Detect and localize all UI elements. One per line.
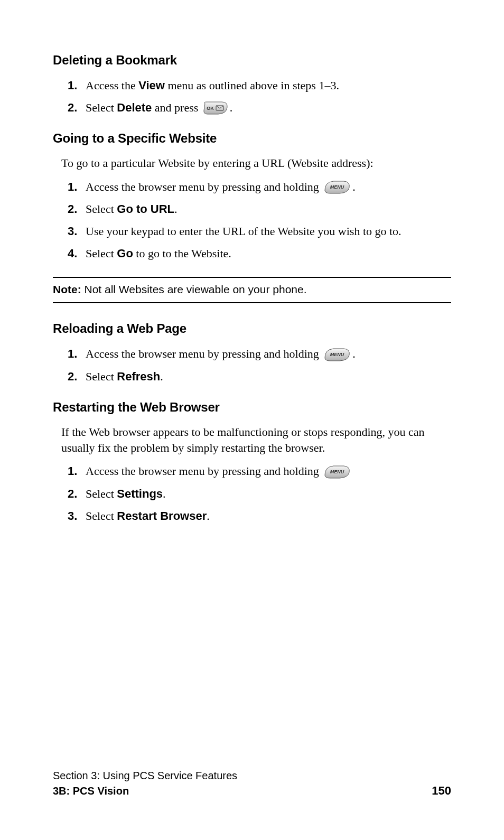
step-item: 1.Access the browser menu by pressing an… xyxy=(86,179,442,196)
note-box: Note: Not all Websites are viewable on y… xyxy=(53,277,451,303)
footer-page-number: 150 xyxy=(432,784,451,798)
footer: Section 3: Using PCS Service Features 3B… xyxy=(53,770,451,798)
footer-subsection: 3B: PCS Vision xyxy=(53,785,129,797)
emphasis: Go to URL xyxy=(117,202,174,216)
step-item: 1.Access the View menu as outlined above… xyxy=(86,77,442,94)
step-number: 2. xyxy=(68,201,77,218)
footer-row: 3B: PCS Vision 150 xyxy=(53,784,451,798)
steps-restart: 1.Access the browser menu by pressing an… xyxy=(53,463,451,525)
step-item: 2.Select Go to URL. xyxy=(86,201,442,218)
emphasis: Restart Browser xyxy=(117,509,207,522)
step-number: 4. xyxy=(68,245,77,262)
step-number: 2. xyxy=(68,368,77,385)
step-item: 4.Select Go to go to the Website. xyxy=(86,245,442,262)
heading-restart: Restarting the Web Browser xyxy=(53,400,451,415)
steps-delete-bookmark: 1.Access the View menu as outlined above… xyxy=(53,77,451,116)
svg-text:OK: OK xyxy=(207,106,214,111)
emphasis: View xyxy=(138,79,165,92)
step-number: 3. xyxy=(68,223,77,240)
step-number: 2. xyxy=(68,99,77,116)
menu-key-icon: MENU xyxy=(323,179,351,195)
svg-text:MENU: MENU xyxy=(330,184,344,190)
heading-goto-site: Going to a Specific Website xyxy=(53,131,451,146)
step-number: 3. xyxy=(68,508,77,525)
steps-reload: 1.Access the browser menu by pressing an… xyxy=(53,346,451,385)
menu-key-icon: MENU xyxy=(323,464,351,480)
step-item: 2.Select Delete and press OK. xyxy=(86,99,442,116)
page: Deleting a Bookmark 1.Access the View me… xyxy=(0,0,504,840)
step-number: 2. xyxy=(68,486,77,502)
heading-reload: Reloading a Web Page xyxy=(53,321,451,336)
emphasis: Delete xyxy=(117,101,152,114)
step-number: 1. xyxy=(68,179,77,195)
step-item: 1.Access the browser menu by pressing an… xyxy=(86,346,442,363)
heading-delete-bookmark: Deleting a Bookmark xyxy=(53,53,451,68)
content: Deleting a Bookmark 1.Access the View me… xyxy=(53,53,451,759)
step-number: 1. xyxy=(68,463,77,480)
svg-text:MENU: MENU xyxy=(330,469,344,474)
steps-goto-site: 1.Access the browser menu by pressing an… xyxy=(53,179,451,263)
note-label: Note: xyxy=(53,283,81,295)
step-item: 1.Access the browser menu by pressing an… xyxy=(86,463,442,480)
step-item: 2.Select Refresh. xyxy=(86,368,442,385)
intro-goto-site: To go to a particular Website by enterin… xyxy=(61,155,451,171)
footer-section: Section 3: Using PCS Service Features xyxy=(53,770,451,782)
step-item: 3.Use your keypad to enter the URL of th… xyxy=(86,223,442,240)
emphasis: Go xyxy=(117,247,133,260)
svg-text:MENU: MENU xyxy=(330,352,344,357)
step-item: 3.Select Restart Browser. xyxy=(86,508,442,525)
ok-key-icon: OK xyxy=(202,101,229,116)
menu-key-icon: MENU xyxy=(323,347,351,362)
step-item: 2.Select Settings. xyxy=(86,486,442,502)
step-number: 1. xyxy=(68,77,77,94)
note-text: Not all Websites are viewable on your ph… xyxy=(81,283,307,295)
intro-restart: If the Web browser appears to be malfunc… xyxy=(61,424,451,455)
emphasis: Settings xyxy=(117,487,163,500)
emphasis: Refresh xyxy=(117,370,160,383)
step-number: 1. xyxy=(68,346,77,362)
